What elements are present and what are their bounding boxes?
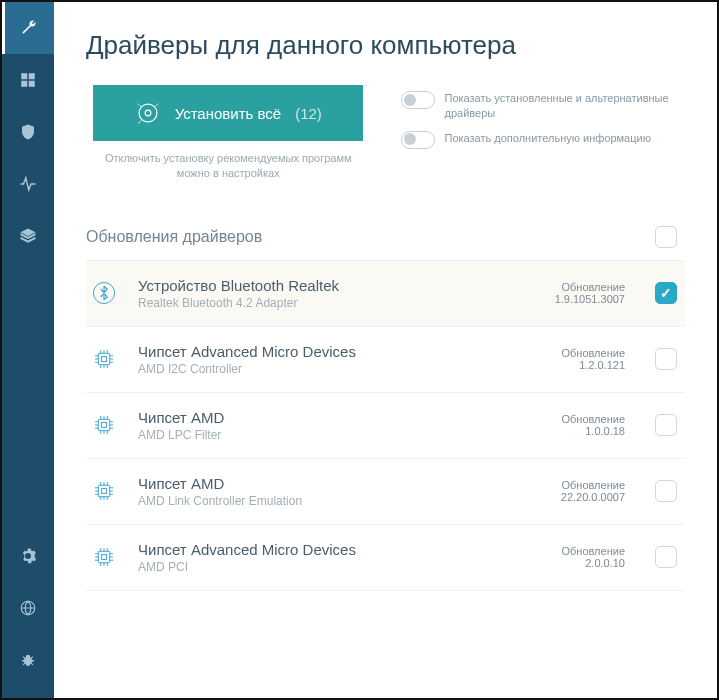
install-all-button[interactable]: Установить всё (12) [93, 85, 363, 141]
sidebar-item-diagnostics[interactable] [2, 158, 54, 210]
driver-row[interactable]: Чипсет Advanced Micro DevicesAMD PCIОбно… [86, 525, 685, 591]
grid-icon [19, 71, 37, 89]
app-root: Драйверы для данного компьютера Установи… [2, 2, 717, 698]
svg-rect-9 [98, 420, 109, 431]
status-version: 22.20.0.0007 [525, 491, 625, 503]
driver-subtitle: AMD Link Controller Emulation [138, 494, 509, 508]
svg-rect-10 [102, 423, 107, 428]
toggle-installed-label: Показать установленные и альтернативные … [445, 91, 686, 121]
install-label: Установить всё [175, 105, 282, 122]
driver-name: Чипсет AMD [138, 475, 509, 492]
driver-row[interactable]: Устройство Bluetooth RealtekRealtek Blue… [86, 261, 685, 327]
status-label: Обновление [525, 413, 625, 425]
wrench-icon [19, 19, 37, 37]
status-label: Обновление [525, 347, 625, 359]
driver-status: Обновление1.2.0.121 [525, 347, 625, 371]
chip-icon [91, 412, 117, 438]
driver-subtitle: AMD I2C Controller [138, 362, 509, 376]
driver-name: Чипсет Advanced Micro Devices [138, 343, 509, 360]
status-version: 1.0.0.18 [525, 425, 625, 437]
install-count: (12) [295, 105, 322, 122]
driver-icon-wrap [86, 346, 122, 372]
globe-icon [19, 599, 37, 617]
status-label: Обновление [525, 545, 625, 557]
driver-row[interactable]: Чипсет AMDAMD Link Controller EmulationО… [86, 459, 685, 525]
svg-point-2 [145, 110, 151, 116]
driver-info: Устройство Bluetooth RealtekRealtek Blue… [138, 277, 509, 310]
svg-point-5 [138, 122, 139, 123]
main-content: Драйверы для данного компьютера Установи… [54, 2, 717, 698]
driver-row[interactable]: Чипсет AMDAMD LPC FilterОбновление1.0.0.… [86, 393, 685, 459]
driver-checkbox[interactable] [655, 480, 677, 502]
svg-point-4 [157, 103, 158, 104]
select-all-checkbox[interactable] [655, 226, 677, 248]
driver-subtitle: AMD PCI [138, 560, 509, 574]
chip-icon [91, 478, 117, 504]
install-block: Установить всё (12) Отключить установку … [86, 85, 371, 182]
status-label: Обновление [525, 281, 625, 293]
driver-icon-wrap [86, 544, 122, 570]
sidebar [2, 2, 54, 698]
driver-info: Чипсет Advanced Micro DevicesAMD I2C Con… [138, 343, 509, 376]
sidebar-top [2, 2, 54, 530]
driver-info: Чипсет AMDAMD LPC Filter [138, 409, 509, 442]
driver-status: Обновление22.20.0.0007 [525, 479, 625, 503]
driver-checkbox[interactable] [655, 546, 677, 568]
toggle-row-installed: Показать установленные и альтернативные … [401, 91, 686, 121]
sidebar-item-drivers[interactable] [2, 2, 54, 54]
sidebar-item-web[interactable] [2, 582, 54, 634]
svg-rect-13 [98, 552, 109, 563]
disc-icon [135, 100, 161, 126]
sidebar-bottom [2, 530, 54, 698]
driver-info: Чипсет AMDAMD Link Controller Emulation [138, 475, 509, 508]
sidebar-item-apps[interactable] [2, 54, 54, 106]
bug-icon [19, 651, 37, 669]
section-header: Обновления драйверов [86, 214, 685, 261]
driver-icon-wrap [86, 280, 122, 306]
toggle-show-extra[interactable] [401, 131, 435, 149]
svg-point-1 [139, 104, 157, 122]
driver-info: Чипсет Advanced Micro DevicesAMD PCI [138, 541, 509, 574]
driver-list: Устройство Bluetooth RealtekRealtek Blue… [86, 261, 685, 591]
pulse-icon [19, 175, 37, 193]
driver-status: Обновление1.9.1051.3007 [525, 281, 625, 305]
layers-icon [19, 227, 37, 245]
driver-checkbox[interactable] [655, 348, 677, 370]
install-hint: Отключить установку рекомендуемых програ… [93, 151, 363, 182]
svg-rect-14 [102, 555, 107, 560]
status-label: Обновление [525, 479, 625, 491]
driver-subtitle: Realtek Bluetooth 4.2 Adapter [138, 296, 509, 310]
sidebar-item-protection[interactable] [2, 106, 54, 158]
section-title: Обновления драйверов [86, 228, 262, 246]
driver-icon-wrap [86, 478, 122, 504]
sidebar-item-settings[interactable] [2, 530, 54, 582]
sidebar-item-layers[interactable] [2, 210, 54, 262]
toggle-row-extra: Показать дополнительную информацию [401, 131, 686, 149]
chip-icon [91, 544, 117, 570]
driver-name: Чипсет AMD [138, 409, 509, 426]
driver-name: Чипсет Advanced Micro Devices [138, 541, 509, 558]
action-row: Установить всё (12) Отключить установку … [86, 85, 685, 182]
svg-point-3 [137, 103, 138, 104]
driver-checkbox[interactable] [655, 414, 677, 436]
shield-icon [19, 123, 37, 141]
page-title: Драйверы для данного компьютера [86, 30, 685, 61]
chip-icon [91, 346, 117, 372]
driver-checkbox[interactable] [655, 282, 677, 304]
toggles: Показать установленные и альтернативные … [401, 85, 686, 149]
toggle-show-installed[interactable] [401, 91, 435, 109]
status-version: 2.0.0.10 [525, 557, 625, 569]
svg-rect-11 [98, 486, 109, 497]
sidebar-item-bug[interactable] [2, 634, 54, 686]
toggle-extra-label: Показать дополнительную информацию [445, 131, 651, 146]
status-version: 1.9.1051.3007 [525, 293, 625, 305]
driver-subtitle: AMD LPC Filter [138, 428, 509, 442]
svg-rect-8 [102, 357, 107, 362]
bluetooth-icon [91, 280, 117, 306]
status-version: 1.2.0.121 [525, 359, 625, 371]
driver-row[interactable]: Чипсет Advanced Micro DevicesAMD I2C Con… [86, 327, 685, 393]
gear-icon [19, 547, 37, 565]
driver-name: Устройство Bluetooth Realtek [138, 277, 509, 294]
driver-status: Обновление2.0.0.10 [525, 545, 625, 569]
driver-icon-wrap [86, 412, 122, 438]
